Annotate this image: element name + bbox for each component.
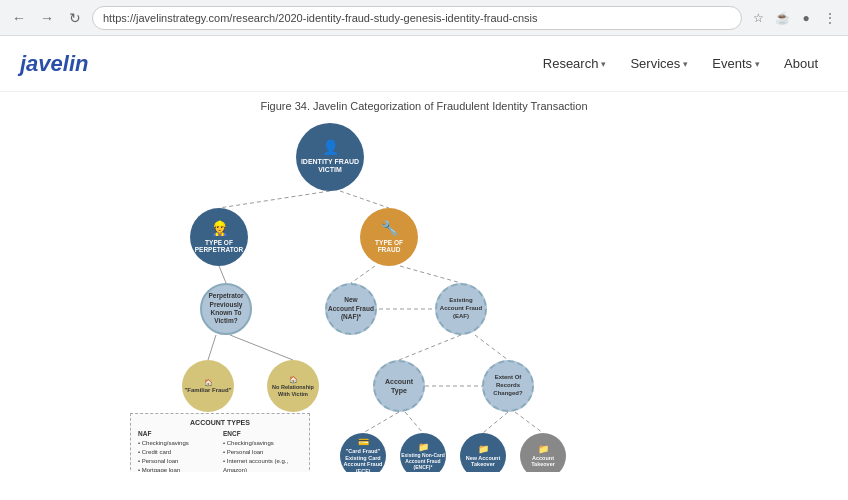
svg-line-14 bbox=[515, 412, 543, 433]
figure-title: Figure 34. Javelin Categorization of Fra… bbox=[20, 100, 828, 112]
back-button[interactable]: ← bbox=[8, 7, 30, 29]
naf-column: NAF • Checking/savings • Credit card • P… bbox=[138, 429, 217, 472]
nav-services[interactable]: Services ▾ bbox=[620, 50, 698, 77]
svg-line-7 bbox=[230, 335, 293, 360]
page-content: Figure 34. Javelin Categorization of Fra… bbox=[0, 92, 848, 472]
no-relationship-node: 🏠 No RelationshipWith Victim bbox=[267, 360, 319, 412]
forward-button[interactable]: → bbox=[36, 7, 58, 29]
familiar-fraud-node: 🏠 "Familiar Fraud" bbox=[182, 360, 234, 412]
nav-links: Research ▾ Services ▾ Events ▾ About bbox=[533, 50, 828, 77]
browser-chrome: ← → ↻ https://javelinstrategy.com/resear… bbox=[0, 0, 848, 36]
svg-line-4 bbox=[400, 266, 461, 283]
account-takeover-node: 📁 AccountTakeover bbox=[520, 433, 566, 472]
encf-item-1: • Checking/savings bbox=[223, 439, 302, 448]
naf-item-4: • Mortgage loan bbox=[138, 466, 217, 472]
chevron-down-icon: ▾ bbox=[601, 59, 606, 69]
svg-line-0 bbox=[219, 191, 330, 208]
address-bar[interactable]: https://javelinstrategy.com/research/202… bbox=[92, 6, 742, 30]
new-account-takeover-node: 📁 New AccountTakeover bbox=[460, 433, 506, 472]
naf-label: NAF bbox=[138, 429, 217, 439]
svg-line-8 bbox=[399, 335, 461, 360]
svg-line-12 bbox=[405, 412, 423, 433]
perpetrator-known-node: PerpetratorPreviouslyKnown ToVictim? bbox=[200, 283, 252, 335]
person-icon: 👤 bbox=[322, 139, 339, 156]
account-types-title: ACCOUNT TYPES bbox=[138, 419, 302, 426]
new-account-fraud-node: NewAccount Fraud(NAF)* bbox=[325, 283, 377, 335]
bookmark-icon[interactable]: ☆ bbox=[748, 8, 768, 28]
logo[interactable]: javelin bbox=[20, 51, 533, 77]
fraud-icon: 🔧 bbox=[381, 220, 398, 237]
svg-line-11 bbox=[363, 412, 399, 433]
extension-icon[interactable]: ☕ bbox=[772, 8, 792, 28]
svg-line-1 bbox=[340, 191, 389, 208]
existing-non-card-fraud-node: 📁 Existing Non-CardAccount Fraud(ENCF)* bbox=[400, 433, 446, 472]
naf-item-3: • Personal loan bbox=[138, 457, 217, 466]
hard-hat-icon: 👷 bbox=[211, 220, 228, 237]
account-types-columns: NAF • Checking/savings • Credit card • P… bbox=[138, 429, 302, 472]
svg-line-9 bbox=[475, 335, 508, 360]
type-of-fraud-node: 🔧 TYPE OFFRAUD bbox=[360, 208, 418, 266]
navbar: javelin Research ▾ Services ▾ Events ▾ A… bbox=[0, 36, 848, 92]
naf-item-1: • Checking/savings bbox=[138, 439, 217, 448]
chevron-down-icon: ▾ bbox=[683, 59, 688, 69]
encf-column: ENCF • Checking/savings • Personal loan … bbox=[223, 429, 302, 472]
account-type-node: AccountType bbox=[373, 360, 425, 412]
svg-line-13 bbox=[483, 412, 508, 433]
encf-item-2: • Personal loan bbox=[223, 448, 302, 457]
identity-fraud-victim-node: 👤 IDENTITY FRAUD VICTIM bbox=[296, 123, 364, 191]
more-icon[interactable]: ⋮ bbox=[820, 8, 840, 28]
card-fraud-node: 💳 "Card Fraud"Existing CardAccount Fraud… bbox=[340, 433, 386, 472]
svg-line-2 bbox=[219, 266, 226, 283]
nav-research[interactable]: Research ▾ bbox=[533, 50, 617, 77]
nav-about[interactable]: About bbox=[774, 50, 828, 77]
profile-icon[interactable]: ● bbox=[796, 8, 816, 28]
account-types-box: ACCOUNT TYPES NAF • Checking/savings • C… bbox=[130, 413, 310, 472]
chevron-down-icon: ▾ bbox=[755, 59, 760, 69]
svg-line-3 bbox=[351, 266, 375, 283]
reload-button[interactable]: ↻ bbox=[64, 7, 86, 29]
diagram: 👤 IDENTITY FRAUD VICTIM 👷 TYPE OFPERPETR… bbox=[20, 118, 828, 472]
encf-label: ENCF bbox=[223, 429, 302, 439]
nav-events[interactable]: Events ▾ bbox=[702, 50, 770, 77]
encf-item-3: • Internet accounts (e.g., Amazon) bbox=[223, 457, 302, 472]
svg-line-6 bbox=[208, 335, 216, 360]
website-content: javelin Research ▾ Services ▾ Events ▾ A… bbox=[0, 36, 848, 472]
naf-item-2: • Credit card bbox=[138, 448, 217, 457]
extent-of-records-node: Extent OfRecordsChanged? bbox=[482, 360, 534, 412]
type-of-perpetrator-node: 👷 TYPE OFPERPETRATOR bbox=[190, 208, 248, 266]
url-text: https://javelinstrategy.com/research/202… bbox=[103, 12, 538, 24]
existing-account-fraud-node: ExistingAccount Fraud(EAF) bbox=[435, 283, 487, 335]
browser-icons: ☆ ☕ ● ⋮ bbox=[748, 8, 840, 28]
